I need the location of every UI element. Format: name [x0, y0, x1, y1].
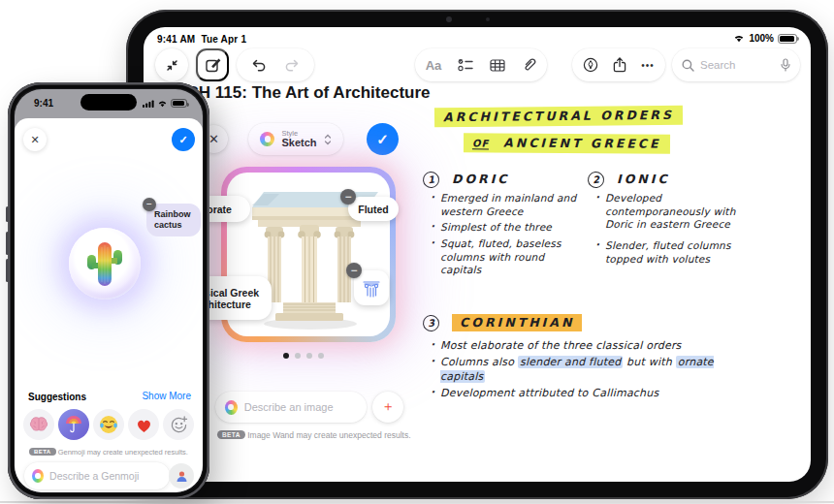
ipad-front-camera	[446, 16, 452, 22]
pencil-tip-circle-icon	[583, 57, 598, 73]
ipad-status-time: 9:41 AM	[157, 34, 195, 45]
apple-intelligence-icon	[32, 469, 44, 483]
ipad-status-left: 9:41 AMTue Apr 1	[157, 34, 246, 45]
collapse-arrows-icon	[165, 58, 179, 73]
style-picker[interactable]: Style Sketch	[248, 123, 343, 155]
ipad-status-right: 100%	[733, 33, 797, 44]
tag-fluted-remove-button[interactable]: −	[340, 189, 356, 205]
ipad-notes-app: 9:41 AMTue Apr 1 100%	[144, 27, 811, 482]
wifi-icon	[157, 100, 168, 108]
attach-button[interactable]	[522, 57, 536, 73]
person-icon	[176, 470, 188, 483]
search-bar[interactable]	[672, 48, 800, 81]
wifi-icon	[733, 34, 745, 43]
cellular-icon	[143, 100, 154, 108]
undo-button[interactable]	[251, 58, 267, 72]
action-button	[6, 206, 9, 222]
undo-icon	[251, 58, 267, 72]
search-icon	[682, 59, 694, 72]
rainbow-umbrella-genmoji	[64, 415, 83, 434]
suggestions-label: Suggestions	[28, 392, 86, 402]
describe-image-input[interactable]	[244, 401, 357, 413]
section-corinthian-bullets: Most elaborate of the three classical or…	[431, 339, 751, 403]
image-style-icon	[260, 132, 274, 146]
surface-edge	[0, 501, 834, 503]
table-icon	[490, 59, 505, 72]
describe-image-field[interactable]	[215, 392, 367, 423]
style-picker-value: Sketch	[281, 138, 316, 149]
text-format-button[interactable]: Aa	[426, 58, 442, 73]
column-sketch-thumbnail	[360, 276, 383, 299]
suggestion-heart-emoji[interactable]	[128, 409, 159, 440]
compose-note-button[interactable]	[196, 48, 229, 81]
red-heart-emoji	[135, 417, 153, 433]
genmoji-close-button[interactable]: ✕	[23, 128, 47, 151]
genmoji-preview-orb	[69, 228, 141, 299]
beta-badge: BETA	[217, 430, 245, 439]
iphone-status-icons	[143, 99, 187, 108]
suggestion-laughing-emoji[interactable]	[93, 409, 124, 440]
tag-fluted[interactable]: Fluted	[348, 197, 399, 221]
add-emoji-icon	[170, 416, 188, 434]
battery-icon	[171, 99, 187, 108]
beta-badge: BETA	[29, 448, 56, 456]
volume-up-button	[6, 232, 9, 255]
section-doric-header: 1 DORIC	[423, 169, 510, 188]
notes-heading-line2: OF ANCIENT GREECE	[464, 133, 670, 153]
paperclip-icon	[522, 57, 536, 73]
checklist-icon	[458, 58, 473, 72]
section-ionic-bullets: Developed contemporaneously with Doric i…	[595, 192, 751, 268]
redo-button[interactable]	[284, 58, 300, 72]
ipad-device: 9:41 AMTue Apr 1 100%	[126, 10, 828, 499]
ipad-status-date: Tue Apr 1	[201, 34, 246, 45]
suggestion-rainbow-umbrella[interactable]	[58, 409, 89, 440]
section-ionic-header: 2 IONIC	[588, 169, 670, 188]
person-genmoji-button[interactable]	[169, 463, 194, 488]
genmoji-sheet: ✕ ✓	[15, 118, 203, 492]
table-button[interactable]	[490, 59, 505, 72]
suggestion-brain[interactable]	[23, 409, 54, 440]
show-more-button[interactable]: Show More	[142, 391, 191, 401]
share-button[interactable]	[613, 57, 626, 73]
reference-image-remove-button[interactable]: −	[346, 263, 362, 278]
iphone-status-time: 9:41	[34, 98, 53, 109]
search-input[interactable]	[700, 59, 775, 71]
share-icon	[613, 57, 626, 73]
section-doric-bullets: Emerged in mainland and western Greece S…	[431, 192, 578, 280]
rainbow-cactus-genmoji	[69, 228, 141, 299]
notes-heading-line1: ARCHITECTURAL ORDERS	[434, 106, 683, 128]
format-tools-group: Aa	[415, 48, 547, 81]
genmoji-beta-disclaimer: BETA Genmoji may create unexpected resul…	[15, 448, 203, 457]
marketing-canvas: 9:41 AMTue Apr 1 100%	[0, 0, 834, 504]
add-reference-button[interactable]: ＋	[372, 392, 403, 423]
markup-share-group: •••	[572, 48, 665, 81]
iphone-genmoji-sheet: 9:41 ✕ ✓	[15, 89, 203, 492]
volume-down-button	[6, 259, 9, 282]
image-page-dots[interactable]	[283, 353, 324, 359]
genmoji-confirm-button[interactable]: ✓	[172, 128, 195, 151]
dynamic-island	[80, 94, 137, 110]
describe-genmoji-input[interactable]	[49, 470, 162, 482]
cactus-tag-remove-button[interactable]: −	[143, 198, 156, 211]
new-genmoji-button[interactable]	[163, 409, 194, 440]
undo-redo-group	[237, 48, 314, 81]
battery-icon	[778, 34, 797, 44]
apple-intelligence-icon	[225, 400, 238, 415]
chevron-up-down-icon	[324, 134, 332, 145]
describe-genmoji-field[interactable]	[24, 462, 170, 489]
more-button[interactable]: •••	[641, 60, 655, 71]
suggestion-row	[23, 409, 194, 440]
image-wand-confirm-button[interactable]: ✓	[367, 123, 399, 155]
collapse-toolbar-button[interactable]	[155, 48, 188, 81]
iphone-device: 9:41 ✕ ✓	[8, 82, 209, 499]
battery-percent: 100%	[749, 33, 774, 44]
image-wand-beta-disclaimer: BETA Image Wand may create unexpected re…	[217, 430, 411, 440]
brain-emoji	[29, 417, 48, 432]
section-corinthian-header: 3 CORINTHIAN	[423, 312, 582, 331]
markup-button[interactable]	[583, 57, 598, 73]
laughing-crying-emoji	[99, 415, 118, 434]
redo-icon	[284, 58, 300, 72]
mic-icon[interactable]	[781, 58, 790, 72]
checklist-button[interactable]	[458, 58, 473, 72]
compose-icon	[205, 57, 221, 74]
